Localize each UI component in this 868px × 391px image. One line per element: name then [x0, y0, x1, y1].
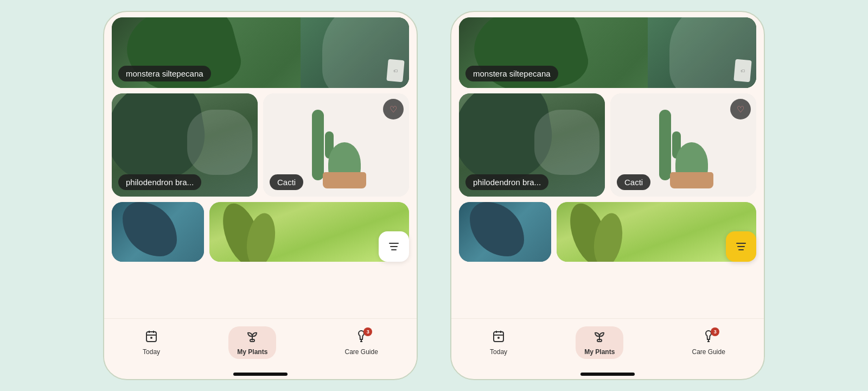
bottom-row [112, 202, 409, 262]
monstera-label-right: monstera siltepecana [465, 66, 558, 81]
heart-icon: ♡ [390, 104, 397, 115]
filter-line-2 [390, 246, 398, 247]
careguide-icon-left: 3 [355, 330, 368, 346]
phone-right: 🏷 monstera siltepecana philodendron bra.… [450, 11, 765, 380]
dracaena-bg-right [459, 202, 551, 262]
heart-icon-right: ♡ [737, 104, 744, 115]
top-row-right: 🏷 monstera siltepecana [459, 17, 756, 88]
myplants-icon-left [246, 330, 259, 346]
price-tag-right: 🏷 [733, 59, 751, 82]
dracaena-bg [112, 202, 204, 262]
top-row: 🏷 monstera siltepecana [112, 17, 409, 88]
philo-card[interactable]: philodendron bra... [112, 93, 258, 197]
pot-right [670, 172, 713, 188]
careguide-label-left: Care Guide [345, 348, 378, 356]
careguide-icon-right: 3 [702, 330, 715, 346]
bottom-nav-left: Today My Plants 3 C [104, 318, 417, 373]
careguide-label-right: Care Guide [692, 348, 725, 356]
filter-line-r1 [736, 243, 746, 244]
svg-point-4 [150, 337, 152, 339]
dracaena-card-right[interactable] [459, 202, 551, 262]
philo-card-right[interactable]: philodendron bra... [459, 93, 605, 197]
dracaena-card[interactable] [112, 202, 204, 262]
filter-line-r2 [737, 246, 745, 247]
nav-myplants-left[interactable]: My Plants [228, 326, 276, 359]
cacti-label-right: Cacti [617, 174, 650, 190]
monstera-card[interactable]: 🏷 monstera siltepecana [112, 17, 409, 88]
cactus-tall [312, 110, 324, 180]
nav-myplants-right[interactable]: My Plants [576, 326, 623, 359]
heart-button-right[interactable]: ♡ [730, 99, 751, 119]
bottom-row-right [459, 202, 756, 262]
today-icon-left [145, 330, 158, 346]
mid-row: philodendron bra... ♡ Cacti [112, 93, 409, 197]
myplants-label-left: My Plants [237, 348, 267, 356]
philo-label-right: philodendron bra... [465, 174, 548, 190]
pot [323, 172, 366, 188]
filter-line-3 [391, 249, 397, 250]
nav-today-right[interactable]: Today [481, 326, 516, 359]
philo-label: philodendron bra... [118, 174, 201, 190]
monstera-card-right[interactable]: 🏷 monstera siltepecana [459, 17, 756, 88]
filter-button-left[interactable] [379, 231, 409, 262]
today-label-left: Today [143, 348, 160, 356]
price-tag: 🏷 [386, 59, 404, 82]
nav-today-left[interactable]: Today [134, 326, 169, 359]
filter-line-r3 [738, 249, 744, 250]
cacti-card-right[interactable]: ♡ Cacti [610, 93, 756, 197]
filter-icon-right [736, 243, 746, 250]
plant-grid-left: 🏷 monstera siltepecana philodendron bra.… [104, 12, 417, 318]
cactus-tall-right [659, 110, 671, 180]
myplants-label-right: My Plants [584, 348, 615, 356]
myplants-icon-right [593, 330, 606, 346]
filter-icon [389, 243, 399, 250]
nav-careguide-right[interactable]: 3 Care Guide [684, 326, 734, 359]
svg-point-12 [497, 337, 500, 339]
mid-row-right: philodendron bra... ♡ Cacti [459, 93, 756, 197]
heart-button-left[interactable]: ♡ [383, 99, 404, 119]
bottom-nav-right: Today My Plants 3 C [451, 318, 764, 373]
monstera-label: monstera siltepecana [118, 66, 211, 81]
filter-button-right[interactable] [726, 231, 756, 262]
today-icon-right [492, 330, 505, 346]
today-label-right: Today [490, 348, 507, 356]
home-indicator-right [580, 373, 635, 376]
home-indicator-left [233, 373, 288, 376]
plant-grid-right: 🏷 monstera siltepecana philodendron bra.… [451, 12, 764, 318]
filter-line-1 [389, 243, 399, 244]
badge-left: 3 [363, 327, 372, 336]
nav-careguide-left[interactable]: 3 Care Guide [336, 326, 387, 359]
cacti-card[interactable]: ♡ Cacti [263, 93, 409, 197]
phone-left: 🏷 monstera siltepecana philodendron bra.… [103, 11, 418, 380]
cacti-label: Cacti [270, 174, 303, 190]
badge-right: 3 [711, 327, 719, 336]
